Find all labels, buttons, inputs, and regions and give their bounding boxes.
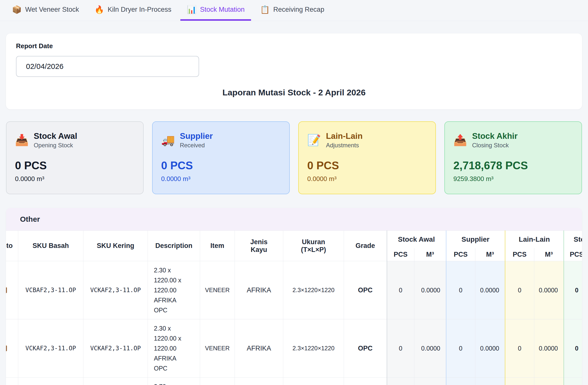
card-m3-value: 0.0000 m³ [161,175,281,183]
cell-photo [6,378,18,385]
tab-label-kiln-dryer: Kiln Dryer In-Process [108,6,171,13]
cell-supplier-pcs [446,378,475,385]
cell-awal-pcs: 0 [387,261,414,319]
card-header: 📥 Stock Awal Opening Stock [15,131,135,149]
card-pcs-value: 2,718,678 PCS [453,159,573,172]
card-header: 📤 Stock Akhir Closing Stock [453,131,573,149]
card-subtitle: Adjustments [326,141,363,149]
card-title: Stock Awal [34,131,77,141]
stock-report-page: 📦 Wet Veneer Stock 🔥 Kiln Dryer In-Proce… [0,0,588,385]
table-row: 📦 VCBAF2,3-11.OP VCKAF2,3-11.OP 2.30 x 1… [6,261,582,319]
cell-ukuran: 2.3×1220×1220 [283,261,344,319]
tab-receiving-recap[interactable]: 📋 Receiving Recap [254,0,331,21]
cell-ukuran [283,378,344,385]
card-header: 🚚 Supplier Received [161,131,281,149]
card-header: 📝 Lain-Lain Adjustments [307,131,427,149]
tab-label-receiving-recap: Receiving Recap [273,6,324,13]
card-subtitle: Closing Stock [472,141,518,149]
subheader-awal-m3: M³ [414,248,446,261]
subheader-lain-m3: M³ [534,248,564,261]
cell-akhir-pcs [564,378,582,385]
card-title: Supplier [180,131,213,141]
subheader-awal-pcs: PCS [387,248,414,261]
stock-mutation-table: Photo SKU Basah SKU Kering Description I… [6,230,582,385]
table-row: 2.70 x [6,378,582,385]
cell-item: VENEER [200,319,235,378]
outbox-tray-icon: 📤 [453,134,467,146]
cell-lain-pcs: 0 [505,261,534,319]
cell-awal-m3: 0.0000 [414,261,446,319]
inbox-tray-icon: 📥 [15,134,29,146]
cell-grade: OPC [344,261,387,319]
cell-lain-m3 [534,378,564,385]
package-icon: 📦 [12,5,22,14]
report-date-label: Report Date [16,42,572,50]
cell-description: 2.70 x [148,378,200,385]
cell-sku-basah: VCKAF2,3-11.OP [18,319,83,378]
cell-item [200,378,235,385]
cell-lain-m3: 0.0000 [534,319,564,378]
cell-description: 2.30 x 1220.00 x 1220.00 AFRIKA OPC [148,261,200,319]
summary-cards-row: 📥 Stock Awal Opening Stock 0 PCS 0.0000 … [6,121,582,194]
report-title: Laporan Mutasi Stock - 2 April 2026 [16,87,572,98]
card-m3-value: 0.0000 m³ [15,175,135,183]
subheader-supplier-pcs: PCS [446,248,475,261]
cell-sku-basah: VCBAF2,3-11.OP [18,261,83,319]
report-date-input[interactable] [16,56,199,77]
col-header-ukuran: Ukuran (T×L×P) [283,231,344,261]
card-titles: Supplier Received [180,131,213,149]
cell-sku-kering [83,378,148,385]
cell-supplier-m3: 0.0000 [475,319,505,378]
col-header-grade: Grade [344,231,387,261]
col-group-stock-awal: Stock Awal [387,231,446,248]
stock-table-card: Other Photo SKU Basah SKU Kering Descrip… [6,208,582,385]
clipboard-icon: 📋 [260,5,270,14]
table-section-header: Other [6,208,582,230]
cell-supplier-m3: 0.0000 [475,261,505,319]
fire-icon: 🔥 [94,5,104,14]
cell-awal-m3 [414,378,446,385]
cell-supplier-m3 [475,378,505,385]
cell-description: 2.30 x 1220.00 x 1220.00 AFRIKA OPC [148,319,200,378]
card-title: Stock Akhir [472,131,518,141]
col-group-lain-lain: Lain-Lain [505,231,564,248]
col-header-photo: Photo [6,231,18,261]
cell-photo: 📦 [6,261,18,319]
delivery-truck-icon: 🚚 [161,134,175,146]
cell-sku-kering: VCKAF2,3-11.OP [83,319,148,378]
report-date-card: Report Date Laporan Mutasi Stock - 2 Apr… [6,33,582,109]
cell-akhir-pcs: 0 [564,261,582,319]
tab-kiln-dryer-in-process[interactable]: 🔥 Kiln Dryer In-Process [88,0,178,21]
cell-lain-pcs [505,378,534,385]
package-icon: 📦 [6,343,8,353]
cell-awal-m3: 0.0000 [414,319,446,378]
tab-label-wet-veneer-stock: Wet Veneer Stock [25,6,79,13]
card-lain-lain: 📝 Lain-Lain Adjustments 0 PCS 0.0000 m³ [298,121,436,194]
card-pcs-value: 0 PCS [15,159,135,172]
cell-supplier-pcs: 0 [446,319,475,378]
card-m3-value: 0.0000 m³ [307,175,427,183]
table-scroll-area[interactable]: Photo SKU Basah SKU Kering Description I… [6,230,582,385]
tab-wet-veneer-stock[interactable]: 📦 Wet Veneer Stock [5,0,85,21]
cell-sku-kering: VCKAF2,3-11.OP [83,261,148,319]
tab-stock-mutation[interactable]: 📊 Stock Mutation [180,0,251,21]
cell-grade [344,378,387,385]
card-titles: Stock Akhir Closing Stock [472,131,518,149]
cell-ukuran: 2.3×1220×1220 [283,319,344,378]
card-supplier: 🚚 Supplier Received 0 PCS 0.0000 m³ [152,121,290,194]
col-group-stock-akhir: Stock Akhir [564,231,582,248]
cell-jenis-kayu: AFRIKA [235,319,283,378]
cell-awal-pcs: 0 [387,319,414,378]
cell-grade: OPC [344,319,387,378]
card-titles: Lain-Lain Adjustments [326,131,363,149]
section-title: Other [20,215,40,223]
col-header-item: Item [200,231,235,261]
bar-chart-icon: 📊 [187,5,197,14]
card-titles: Stock Awal Opening Stock [34,131,77,149]
card-stock-awal: 📥 Stock Awal Opening Stock 0 PCS 0.0000 … [6,121,144,194]
cell-photo: 📦 [6,319,18,378]
col-header-sku-basah: SKU Basah [18,231,83,261]
card-subtitle: Opening Stock [34,141,77,149]
card-title: Lain-Lain [326,131,363,141]
package-icon: 📦 [6,285,8,295]
